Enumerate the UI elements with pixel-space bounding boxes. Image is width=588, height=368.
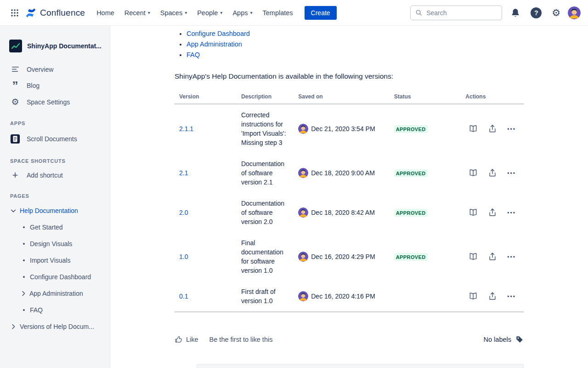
export-version-button[interactable] xyxy=(485,206,500,219)
nav-recent[interactable]: Recent▾ xyxy=(119,0,155,25)
version-row: 2.1.1 Corrected instructions for 'Import… xyxy=(175,104,524,153)
view-version-button[interactable] xyxy=(465,122,481,136)
nav-spaces[interactable]: Spaces▾ xyxy=(155,0,192,25)
sidebar-item-blog[interactable]: ” Blog xyxy=(0,78,110,93)
user-avatar xyxy=(298,252,308,262)
chevron-right-icon xyxy=(20,290,27,297)
notifications-bell-icon[interactable] xyxy=(508,5,523,21)
shortcuts-section-header: SPACE SHORTCUTS xyxy=(0,148,110,167)
toc-link-app-administration[interactable]: App Administration xyxy=(187,40,242,48)
export-version-button[interactable] xyxy=(485,250,500,264)
saved-on-date: Dec 18, 2020 9:00 AM xyxy=(311,169,375,177)
confluence-logo[interactable]: Confluence xyxy=(25,7,85,19)
space-logo-icon xyxy=(9,40,22,52)
bullet-icon xyxy=(23,226,25,228)
toc-link-faq[interactable]: FAQ xyxy=(187,51,200,58)
sidebar-item-space-settings[interactable]: ⚙ Space Settings xyxy=(0,93,110,110)
user-avatar xyxy=(298,168,308,178)
page-tree-item-configure-dashboard[interactable]: Configure Dashboard xyxy=(0,269,110,285)
page-tree-item-faq[interactable]: FAQ xyxy=(0,302,110,318)
more-actions-button[interactable]: ••• xyxy=(504,123,519,135)
chevron-down-icon: ▾ xyxy=(148,10,150,15)
scroll-documents-icon xyxy=(10,134,20,144)
help-icon[interactable]: ? xyxy=(528,5,544,21)
settings-gear-icon[interactable]: ⚙ xyxy=(549,5,563,20)
status-badge: APPROVED xyxy=(394,169,428,177)
comment-input[interactable] xyxy=(197,364,524,368)
space-name: ShinyApp Documentat... xyxy=(27,42,102,50)
column-header-description: Description xyxy=(237,90,294,104)
view-version-button[interactable] xyxy=(465,166,481,180)
nav-people[interactable]: People▾ xyxy=(192,0,227,25)
bullet-icon xyxy=(23,276,25,278)
chevron-right-icon xyxy=(10,323,17,330)
create-button[interactable]: Create xyxy=(305,6,337,20)
top-right-icons: ? ⚙ xyxy=(508,5,581,21)
chevron-down-icon: ▾ xyxy=(220,10,222,15)
page-tree-item-app-administration[interactable]: App Administration xyxy=(0,285,110,302)
space-sidebar: ShinyApp Documentat... Overview ” Blog ⚙… xyxy=(0,26,110,368)
version-link[interactable]: 1.0 xyxy=(179,253,188,260)
bullet-icon xyxy=(23,243,25,245)
view-version-button[interactable] xyxy=(465,250,481,264)
nav-home[interactable]: Home xyxy=(91,0,119,25)
column-header-saved-on: Saved on xyxy=(294,90,390,104)
labels-control[interactable]: No labels xyxy=(484,335,524,344)
bullet-icon xyxy=(23,309,25,311)
page-tree-item-get-started[interactable]: Get Started xyxy=(0,219,110,236)
version-link[interactable]: 2.1 xyxy=(179,169,188,177)
version-link[interactable]: 0.1 xyxy=(179,293,188,300)
add-shortcut-button[interactable]: + Add shortcut xyxy=(0,167,110,183)
version-description: First draft of version 1.0 xyxy=(237,281,294,312)
version-link[interactable]: 2.0 xyxy=(179,209,188,216)
list-item: Configure Dashboard xyxy=(187,30,524,37)
version-description: Corrected instructions for 'Import Visua… xyxy=(237,104,294,153)
overview-lines-icon xyxy=(10,65,20,74)
like-button[interactable]: Like xyxy=(175,335,198,344)
bullet-icon xyxy=(23,259,25,261)
more-actions-button[interactable]: ••• xyxy=(504,167,519,179)
search-icon xyxy=(415,9,422,16)
nav-apps[interactable]: Apps▾ xyxy=(227,0,257,25)
table-header-row: Version Description Saved on Status Acti… xyxy=(175,90,524,104)
more-actions-button[interactable]: ••• xyxy=(504,207,519,218)
sidebar-item-scroll-documents[interactable]: Scroll Documents xyxy=(0,130,110,148)
search-input[interactable] xyxy=(425,9,497,17)
page-tree-item-import-visuals[interactable]: Import Visuals xyxy=(0,252,110,269)
profile-avatar[interactable] xyxy=(568,6,581,19)
version-row: 1.0 Final documentation for software ver… xyxy=(175,232,524,281)
saved-on-date: Dec 16, 2020 4:16 PM xyxy=(311,293,375,300)
more-actions-button[interactable]: ••• xyxy=(504,291,519,302)
confluence-logo-icon xyxy=(25,7,37,19)
sidebar-item-overview[interactable]: Overview xyxy=(0,61,110,78)
plus-icon: + xyxy=(10,172,20,178)
pages-section-header: PAGES xyxy=(0,183,110,202)
gear-icon: ⚙ xyxy=(10,98,20,106)
export-version-button[interactable] xyxy=(485,166,500,180)
export-version-button[interactable] xyxy=(485,289,500,303)
page-meta-row: Like Be the first to like this No labels xyxy=(175,335,524,344)
top-nav: Home Recent▾ Spaces▾ People▾ Apps▾ Templ… xyxy=(91,0,298,25)
page-tree-item-design-visuals[interactable]: Design Visuals xyxy=(0,236,110,252)
space-header[interactable]: ShinyApp Documentat... xyxy=(0,35,110,61)
user-avatar xyxy=(298,207,308,218)
version-link[interactable]: 2.1.1 xyxy=(179,125,193,132)
view-version-button[interactable] xyxy=(465,206,481,219)
status-badge: APPROVED xyxy=(394,125,428,133)
page-content-area: Configure Dashboard App Administration F… xyxy=(110,26,588,368)
more-actions-button[interactable]: ••• xyxy=(504,251,519,263)
blog-quote-icon: ” xyxy=(10,83,20,88)
toc-link-configure-dashboard[interactable]: Configure Dashboard xyxy=(187,30,250,37)
page-tree-item-help-documentation[interactable]: Help Documentation xyxy=(0,202,110,219)
thumbs-up-icon xyxy=(175,335,183,344)
app-switcher-icon[interactable] xyxy=(7,6,22,20)
export-version-button[interactable] xyxy=(485,122,500,136)
view-version-button[interactable] xyxy=(465,289,481,303)
column-header-status: Status xyxy=(390,90,461,104)
list-item: App Administration xyxy=(187,40,524,48)
saved-on-date: Dec 16, 2020 4:29 PM xyxy=(311,253,375,260)
versions-intro-text: ShinyApp's Help Documentation is availab… xyxy=(175,72,524,80)
nav-templates[interactable]: Templates xyxy=(257,0,298,25)
page-tree-item-versions-of-help-documentation[interactable]: Versions of Help Docum... xyxy=(0,318,110,335)
labels-text: No labels xyxy=(484,336,511,343)
